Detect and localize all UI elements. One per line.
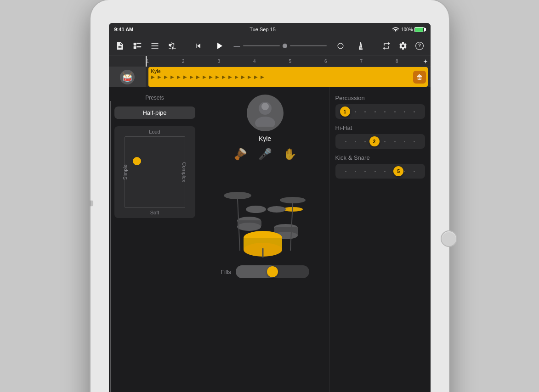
drummer-avatar[interactable]	[247, 95, 284, 131]
hihat-section: Hi-Hat 2	[335, 124, 425, 149]
ruler-numbers: 1 2 3 4 5 6 7 8	[146, 59, 431, 64]
percussion-title: Percussion	[335, 95, 425, 101]
complexity-border	[125, 136, 185, 208]
ruler-mark-5: 5	[288, 59, 324, 64]
microphone-icon[interactable]: 🎤	[258, 148, 272, 161]
svg-point-23	[237, 223, 261, 231]
loop-button[interactable]	[380, 39, 393, 52]
play-button[interactable]	[212, 39, 227, 53]
hihat-thumb[interactable]: 2	[369, 136, 380, 146]
ruler-mark-4: 4	[252, 59, 288, 64]
kicksnare-value: 5	[397, 169, 400, 174]
status-date: Tue Sep 15	[250, 27, 275, 32]
toolbar-right: ?	[380, 39, 426, 52]
fills-slider-thumb[interactable]	[267, 266, 278, 277]
track-header: 🥁	[109, 67, 146, 87]
svg-point-17	[280, 197, 306, 203]
kicksnare-dots	[339, 171, 421, 172]
toolbar-left	[113, 39, 179, 52]
battery-icon	[414, 27, 425, 32]
ruler-mark-7: 7	[359, 59, 395, 64]
complexity-dot[interactable]	[133, 157, 141, 165]
kicksnare-title: Kick & Snare	[335, 154, 425, 161]
track-name: Kyle	[151, 69, 161, 74]
drum-kit	[215, 168, 316, 260]
track-content[interactable]: Kyle ▶▶▶ ▶▶▶ ▶▶▶ ▶▶▶ ▶▶▶ ▶▶▶ 🗑	[148, 67, 428, 87]
record-button[interactable]	[334, 39, 347, 52]
svg-rect-1	[136, 43, 141, 44]
bracket-line	[110, 101, 111, 392]
hihat-value: 2	[373, 139, 376, 144]
side-button[interactable]	[91, 201, 93, 206]
playhead	[146, 56, 147, 67]
wifi-icon	[392, 27, 399, 32]
svg-rect-6	[151, 48, 158, 49]
ruler-mark-3: 3	[217, 59, 253, 64]
new-song-button[interactable]	[113, 39, 126, 52]
svg-point-7	[338, 43, 343, 49]
drummer-avatar-image	[251, 99, 279, 127]
status-bar: 9:41 AM Tue Sep 15 100%	[109, 23, 431, 36]
svg-point-20	[267, 206, 286, 213]
track-pattern: ▶▶▶ ▶▶▶ ▶▶▶ ▶▶▶ ▶▶▶ ▶▶▶	[148, 74, 428, 79]
screen: 9:41 AM Tue Sep 15 100%	[109, 23, 431, 392]
metronome-button[interactable]	[354, 39, 367, 52]
track-area: 🥁 Kyle ▶▶▶ ▶▶▶ ▶▶▶ ▶▶▶ ▶▶▶ ▶▶▶ 🗑	[109, 67, 431, 87]
svg-text:?: ?	[418, 43, 420, 48]
svg-point-16	[224, 192, 251, 199]
soft-label: Soft	[150, 210, 159, 215]
svg-rect-2	[133, 46, 136, 49]
svg-point-19	[246, 206, 266, 213]
svg-rect-0	[133, 43, 136, 45]
svg-rect-5	[151, 45, 158, 46]
presets-label: Presets	[114, 95, 195, 101]
main-content: Presets Half-pipe Loud Soft Simple Compl…	[109, 87, 431, 392]
svg-point-15	[255, 117, 275, 127]
fills-row: Fills	[221, 265, 309, 278]
hihat-slider[interactable]: 2	[335, 134, 425, 149]
loud-label: Loud	[149, 129, 160, 134]
svg-rect-3	[136, 46, 141, 47]
svg-rect-4	[151, 43, 158, 44]
right-panel: Percussion 1 Hi-Hat	[329, 87, 431, 392]
hihat-title: Hi-Hat	[335, 124, 425, 131]
volume-slider[interactable]: —	[234, 42, 327, 50]
hihat-dots	[339, 141, 421, 142]
timeline-ruler: 1 2 3 4 5 6 7 8 +	[109, 56, 431, 67]
ipad-frame: 9:41 AM Tue Sep 15 100%	[91, 0, 449, 392]
hand-icon[interactable]: ✋	[283, 148, 297, 161]
tambourine-icon[interactable]: 🪘	[233, 148, 247, 161]
status-right: 100%	[392, 27, 425, 32]
percussion-section: Percussion 1	[335, 95, 425, 119]
track-list-button[interactable]	[148, 39, 161, 52]
percussion-dots	[339, 111, 421, 112]
help-button[interactable]: ?	[413, 39, 426, 52]
track-avatar: 🥁	[120, 70, 135, 84]
mixer-button[interactable]	[166, 39, 179, 52]
tracks-button[interactable]	[131, 39, 144, 52]
toolbar-center: —	[182, 39, 376, 53]
kicksnare-slider[interactable]: 5	[335, 164, 425, 179]
rewind-button[interactable]	[192, 39, 204, 52]
battery-percent: 100%	[401, 27, 413, 32]
genre-icons: 🪘 🎤 ✋	[233, 148, 297, 161]
status-time: 9:41 AM	[114, 27, 134, 32]
preset-button[interactable]: Half-pipe	[114, 106, 195, 119]
drum-kit-svg	[215, 168, 316, 260]
percussion-slider[interactable]: 1	[335, 104, 425, 119]
drummer-name: Kyle	[259, 135, 271, 142]
svg-point-14	[261, 103, 269, 110]
percussion-thumb[interactable]: 1	[340, 106, 350, 117]
settings-button[interactable]	[397, 39, 409, 52]
track-delete-button[interactable]: 🗑	[413, 71, 426, 84]
complexity-box[interactable]: Loud Soft Simple Complex	[114, 126, 195, 218]
left-panel: Presets Half-pipe Loud Soft Simple Compl…	[109, 87, 201, 392]
home-button[interactable]	[441, 230, 457, 247]
fills-label: Fills	[221, 269, 231, 275]
center-panel: Kyle 🪘 🎤 ✋	[201, 87, 329, 392]
ruler-mark-2: 2	[181, 59, 217, 64]
kicksnare-section: Kick & Snare 5	[335, 154, 425, 179]
fills-slider[interactable]	[236, 265, 309, 278]
add-track-button[interactable]: +	[423, 57, 427, 66]
kicksnare-thumb[interactable]: 5	[393, 166, 403, 176]
